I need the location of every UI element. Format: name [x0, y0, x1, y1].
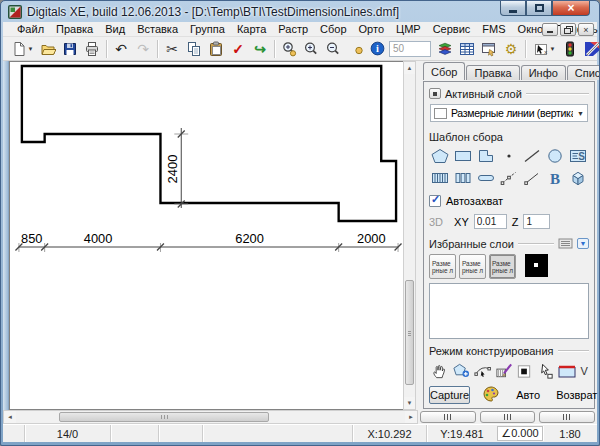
open-button[interactable]: [37, 38, 59, 59]
zoom-out-button[interactable]: [322, 38, 344, 59]
scale-input[interactable]: [389, 41, 431, 57]
validate-button[interactable]: ✓: [227, 38, 249, 59]
active-layer-combobox[interactable]: Размерные линии (вертикальные) ▼: [430, 104, 588, 122]
layer-toggle-button[interactable]: [429, 88, 441, 99]
menu-item-insert[interactable]: Вставка: [131, 22, 184, 36]
properties-button[interactable]: [478, 38, 500, 59]
draw-mode-button[interactable]: [581, 38, 600, 59]
vertical-scrollbar[interactable]: ▲ ▼: [403, 61, 416, 410]
menu-item-dem[interactable]: ЦМР: [390, 22, 427, 36]
vertical-scroll-thumb[interactable]: [405, 280, 414, 385]
template-line-button[interactable]: [521, 146, 543, 166]
scroll-down-button[interactable]: ▼: [404, 397, 415, 409]
pan-hand-button[interactable]: [430, 362, 449, 380]
auto-label[interactable]: Авто: [516, 389, 540, 401]
scroll-up-button[interactable]: ▲: [404, 62, 415, 74]
close-button[interactable]: ×: [552, 1, 590, 16]
xy-precision-input[interactable]: [474, 214, 507, 229]
z-precision-input[interactable]: [523, 214, 550, 229]
info-button[interactable]: i: [368, 38, 386, 59]
template-letter-button[interactable]: B: [544, 168, 566, 188]
template-lshape-button[interactable]: [475, 146, 497, 166]
menu-item-service[interactable]: Сервис: [427, 22, 477, 36]
pick-cursor-button[interactable]: [536, 362, 555, 380]
layers-listbox[interactable]: [429, 283, 589, 339]
edit-nodes-button[interactable]: [473, 362, 492, 380]
tab-info[interactable]: Инфо: [521, 65, 566, 80]
template-circle-button[interactable]: [544, 146, 566, 166]
menu-item-group[interactable]: Группа: [184, 22, 231, 36]
title-bar[interactable]: Digitals XE, build 12.06.2013 - [D:\Temp…: [1, 1, 599, 22]
zoom-window-button[interactable]: [278, 38, 300, 59]
fill-square-button[interactable]: [516, 362, 533, 380]
copy-button[interactable]: [183, 38, 205, 59]
tab-collect[interactable]: Сбор: [423, 62, 465, 80]
layers-button[interactable]: [434, 38, 456, 59]
scroll-right-button[interactable]: ►: [405, 411, 417, 423]
mdi-restore-button[interactable]: [560, 23, 576, 36]
mini-slider-2[interactable]: [480, 411, 536, 423]
table-button[interactable]: [456, 38, 478, 59]
v-mode-button[interactable]: V: [581, 365, 588, 377]
mdi-minimize-button[interactable]: [542, 23, 558, 36]
maximize-button[interactable]: [526, 1, 552, 16]
template-band-button[interactable]: [475, 168, 497, 188]
undo-button[interactable]: ↶: [110, 38, 132, 59]
building-outline[interactable]: [22, 66, 396, 221]
print-button[interactable]: [81, 38, 103, 59]
cut-button[interactable]: ✂: [161, 38, 183, 59]
zoom-in-button[interactable]: [300, 38, 322, 59]
select-dropdown-icon[interactable]: ▼: [550, 46, 556, 52]
new-dropdown-icon[interactable]: ▼: [28, 46, 34, 52]
menu-item-view[interactable]: Вид: [99, 22, 131, 36]
bottom-dimension-line[interactable]: [15, 243, 401, 252]
combo-dropdown-icon[interactable]: ▼: [577, 110, 584, 117]
mini-slider-3[interactable]: [539, 411, 595, 423]
horizontal-scroll-thumb[interactable]: [59, 412, 269, 422]
favorites-list-icon[interactable]: [558, 238, 573, 249]
template-bars-button[interactable]: [452, 168, 474, 188]
menu-item-raster[interactable]: Растр: [272, 22, 314, 36]
hatch-draw-button[interactable]: [495, 362, 514, 380]
paste-button[interactable]: [205, 38, 227, 59]
add-polygon-button[interactable]: [452, 362, 471, 380]
mdi-close-button[interactable]: ×: [578, 23, 594, 36]
menu-item-fms[interactable]: FMS: [476, 22, 511, 36]
capture-button[interactable]: Capture: [429, 386, 470, 404]
mini-slider-1[interactable]: [420, 411, 476, 423]
forward-button[interactable]: ↪: [249, 38, 271, 59]
horizontal-scrollbar[interactable]: ◄ ►: [3, 410, 418, 424]
template-cube-button[interactable]: [567, 168, 589, 188]
select-mode-button[interactable]: x ▼: [529, 38, 559, 59]
minimize-button[interactable]: [500, 1, 526, 16]
status-angle-value[interactable]: ∠0.000: [497, 426, 543, 441]
tab-list[interactable]: Список: [567, 65, 600, 80]
template-polyline-button[interactable]: [498, 168, 520, 188]
settings-gears-button[interactable]: ⚙: [500, 38, 522, 59]
redo-button[interactable]: ↷: [132, 38, 154, 59]
save-button[interactable]: [59, 38, 81, 59]
favorites-dropdown-button[interactable]: ▼: [577, 238, 589, 249]
favorite-layer-swatch-button[interactable]: [525, 254, 548, 277]
new-document-button[interactable]: ▼: [7, 38, 37, 59]
snap-point-button[interactable]: [350, 38, 368, 59]
template-text-button[interactable]: S: [567, 146, 589, 166]
menu-item-edit[interactable]: Правка: [50, 22, 99, 36]
traffic-light-button[interactable]: [559, 38, 581, 59]
tab-edit[interactable]: Правка: [466, 65, 519, 80]
label-3d[interactable]: 3D: [429, 216, 443, 228]
menu-item-collect[interactable]: Сбор: [314, 22, 352, 36]
menu-item-ortho[interactable]: Орто: [353, 22, 390, 36]
template-polygon-button[interactable]: [429, 146, 451, 166]
scroll-left-button[interactable]: ◄: [4, 411, 16, 423]
template-hatch-button[interactable]: [429, 168, 451, 188]
menu-item-map[interactable]: Карта: [231, 22, 272, 36]
return-label[interactable]: Возврат: [556, 389, 597, 401]
favorite-layer-button-1[interactable]: Разме рные л: [429, 254, 456, 279]
map-canvas[interactable]: 2400 850 4000 6200 2: [9, 61, 403, 410]
template-segment-button[interactable]: [521, 168, 543, 188]
favorite-layer-button-3[interactable]: Разме рные л: [489, 254, 516, 279]
capture-region-button[interactable]: [557, 362, 578, 380]
favorite-layer-button-2[interactable]: Разме рные л: [459, 254, 486, 279]
template-point-button[interactable]: [498, 146, 520, 166]
